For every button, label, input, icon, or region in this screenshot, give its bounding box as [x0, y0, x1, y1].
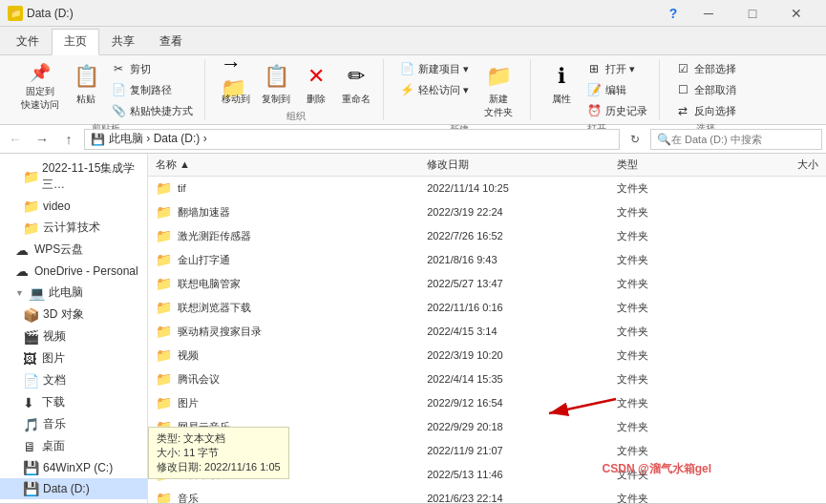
table-row[interactable]: 📁 激光测距传感器 2022/7/26 16:52 文件夹: [148, 224, 826, 248]
sidebar-item-onedrive[interactable]: ☁ OneDrive - Personal: [0, 261, 147, 282]
table-row[interactable]: 📁 金山打字通 2021/8/16 9:43 文件夹: [148, 248, 826, 272]
pin-quick-access-button[interactable]: 📌 固定到快速访问: [15, 59, 65, 114]
sidebar-item-pictures[interactable]: 🖼 图片: [0, 347, 147, 369]
title-bar-left: 📁 Data (D:): [8, 6, 74, 21]
copy-path-label: 复制路径: [130, 83, 172, 97]
up-button[interactable]: ↑: [57, 128, 80, 151]
sidebar-item-label: Data (D:): [43, 482, 90, 495]
deselect-all-button[interactable]: ☐ 全部取消: [671, 80, 740, 99]
folder-icon: 📁: [23, 169, 38, 184]
tab-view[interactable]: 查看: [147, 29, 195, 54]
folder-icon: 📁: [23, 220, 39, 236]
paste-button[interactable]: 📋 粘贴: [67, 59, 105, 108]
table-row[interactable]: 📁 腾讯会议 2022/4/14 15:35 文件夹: [148, 368, 826, 391]
tab-share[interactable]: 共享: [99, 29, 147, 54]
file-date-cell: 2022/7/26 16:52: [419, 228, 609, 243]
help-button[interactable]: ?: [660, 0, 687, 27]
sidebar-item-label: 2022-11-15集成学三…: [42, 160, 139, 193]
sidebar-item-c[interactable]: 💾 64WinXP (C:): [0, 457, 147, 478]
history-button[interactable]: ⏰ 历史记录: [582, 101, 651, 120]
table-row[interactable]: 📁 视频 2022/3/19 10:20 文件夹: [148, 344, 826, 368]
new-item-button[interactable]: 📄 新建项目 ▾: [395, 59, 473, 78]
sidebar-item-label: WPS云盘: [34, 242, 83, 258]
sidebar-item-wps[interactable]: ☁ WPS云盘: [0, 239, 147, 261]
delete-button[interactable]: ✕ 删除: [297, 59, 335, 108]
sidebar-item-downloads[interactable]: ⬇ 下载: [0, 391, 147, 413]
table-row[interactable]: 📁 图片 2022/9/12 16:54 文件夹: [148, 391, 826, 415]
new-folder-label: 新建文件夹: [484, 93, 513, 119]
tab-file[interactable]: 文件: [4, 29, 52, 54]
open-button[interactable]: ⊞ 打开 ▾: [582, 59, 651, 78]
sidebar-item-docs[interactable]: 📄 文档: [0, 369, 147, 391]
file-date-cell: 2021/8/16 9:43: [419, 252, 609, 267]
cut-button[interactable]: ✂ 剪切: [107, 59, 197, 78]
sidebar-item-pc[interactable]: ▼ 💻 此电脑: [0, 282, 147, 304]
sidebar-item-d[interactable]: 💾 Data (D:): [0, 478, 147, 499]
paste-shortcut-button[interactable]: 📎 粘贴快捷方式: [107, 101, 197, 120]
tab-home[interactable]: 主页: [52, 29, 99, 55]
clipboard-stack: ✂ 剪切 📄 复制路径 📎 粘贴快捷方式: [107, 59, 197, 120]
rename-button[interactable]: ✏ 重命名: [337, 59, 375, 108]
sidebar-item-label: 64WinXP (C:): [43, 461, 113, 474]
paste-shortcut-icon: 📎: [111, 103, 126, 118]
refresh-button[interactable]: ↻: [624, 128, 646, 151]
table-row[interactable]: 📁 音乐 2021/6/23 22:14 文件夹: [148, 487, 826, 503]
file-type-cell: 文件夹: [609, 227, 741, 245]
col-header-type[interactable]: 类型: [609, 156, 741, 174]
tooltip-line1: 类型: 文本文档: [157, 431, 281, 446]
sidebar-item-1[interactable]: 📁 video: [0, 196, 147, 217]
copy-to-button[interactable]: 📋 复制到: [257, 59, 295, 108]
edit-button[interactable]: 📝 编辑: [582, 80, 651, 99]
new-folder-button[interactable]: 📁 新建文件夹: [475, 59, 522, 121]
properties-button[interactable]: ℹ 属性: [542, 59, 581, 108]
docs-icon: 📄: [23, 373, 39, 388]
maximize-button[interactable]: □: [731, 0, 774, 27]
file-date-cell: 2022/3/19 22:24: [419, 204, 609, 220]
table-row[interactable]: 📁 联想电脑管家 2022/5/27 13:47 文件夹: [148, 272, 826, 296]
folder-icon: 📁: [156, 347, 172, 363]
table-row[interactable]: 📁 tif 2022/11/14 10:25 文件夹: [148, 177, 826, 200]
properties-label: 属性: [552, 93, 571, 106]
col-header-size[interactable]: 大小: [741, 156, 826, 174]
search-box[interactable]: 🔍: [650, 129, 822, 150]
back-button[interactable]: ←: [4, 128, 27, 151]
table-row[interactable]: 📁 联想浏览器下载 2022/11/16 0:16 文件夹: [148, 296, 826, 320]
select-all-button[interactable]: ☑ 全部选择: [671, 59, 740, 78]
close-button[interactable]: ✕: [774, 0, 818, 27]
sidebar-item-3d[interactable]: 📦 3D 对象: [0, 304, 147, 326]
search-input[interactable]: [671, 134, 815, 145]
sidebar-item-0[interactable]: 📁 2022-11-15集成学三…: [0, 158, 147, 196]
file-date-cell: 2022/11/14 10:25: [419, 180, 609, 196]
folder-icon: 📁: [156, 276, 172, 291]
col-header-date[interactable]: 修改日期: [419, 156, 609, 174]
col-header-name[interactable]: 名称 ▲: [148, 156, 419, 174]
file-size-cell: [741, 282, 826, 285]
file-size-cell: [741, 377, 826, 381]
invert-selection-button[interactable]: ⇄ 反向选择: [671, 101, 740, 120]
forward-button[interactable]: →: [31, 128, 53, 151]
easy-access-button[interactable]: ⚡ 轻松访问 ▾: [395, 80, 473, 99]
ribbon-group-select: ☑ 全部选择 ☐ 全部取消 ⇄ 反向选择 选择: [664, 59, 748, 120]
select-all-icon: ☑: [675, 61, 690, 76]
window-title: Data (D:): [27, 7, 74, 20]
sidebar-item-desktop[interactable]: 🖥 桌面: [0, 435, 147, 457]
table-row[interactable]: 📁 翻墙加速器 2022/3/19 22:24 文件夹: [148, 200, 826, 224]
minimize-button[interactable]: ─: [687, 0, 731, 27]
sidebar-item-music[interactable]: 🎵 音乐: [0, 413, 147, 435]
sidebar-item-2[interactable]: 📁 云计算技术: [0, 217, 147, 239]
sidebar-item-label: 3D 对象: [43, 306, 84, 323]
copy-path-button[interactable]: 📄 复制路径: [107, 80, 197, 99]
open-icon: ⊞: [586, 61, 602, 76]
table-row[interactable]: 📁 驱动精灵搜家目录 2022/4/15 3:14 文件夹: [148, 320, 826, 344]
sidebar-item-label: video: [43, 200, 71, 213]
address-path[interactable]: 💾 此电脑 › Data (D:) ›: [84, 129, 620, 150]
file-type-cell: 文件夹: [609, 418, 741, 436]
sidebar-item-videos[interactable]: 🎬 视频: [0, 326, 147, 347]
folder-icon: 📁: [156, 228, 172, 243]
file-type-cell: 文件夹: [609, 275, 741, 293]
drive-icon: 💾: [23, 460, 39, 475]
move-to-button[interactable]: →📁 移动到: [217, 59, 255, 108]
paste-icon: 📋: [71, 61, 101, 92]
organize-group-label: 组织: [286, 110, 306, 123]
open-items: ℹ 属性 ⊞ 打开 ▾ 📝 编辑 ⏰ 历史记录: [542, 59, 651, 120]
